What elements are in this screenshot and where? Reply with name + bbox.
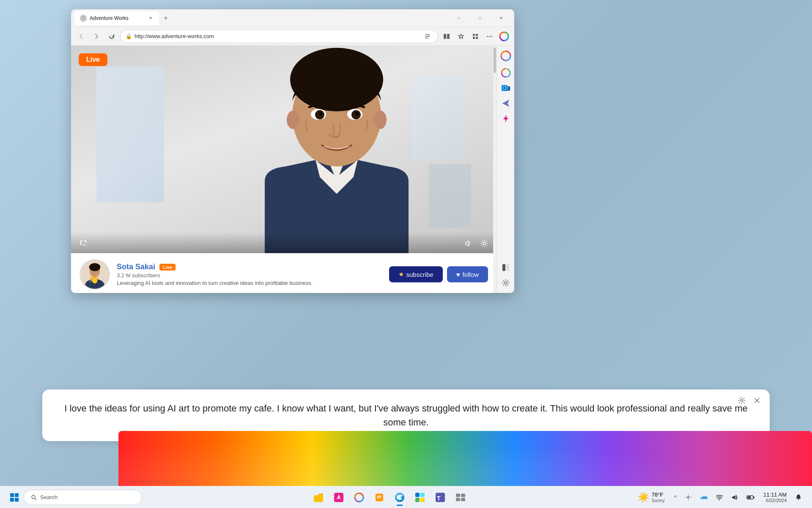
svg-rect-1 [425, 34, 430, 35]
scrollbar[interactable] [493, 46, 497, 293]
follow-button[interactable]: ♥ follow [447, 266, 488, 282]
volume-icon [464, 239, 472, 248]
live-badge: Live [79, 53, 107, 66]
wifi-button[interactable] [713, 493, 726, 502]
taskbar-store[interactable] [411, 488, 429, 507]
address-bar[interactable]: 🔒 http://www.adventure-works.com [120, 30, 438, 43]
date-display: 6/22/2024 [763, 498, 787, 503]
tab-bar: Adventure Works ✕ + [74, 11, 447, 25]
chat-settings-button[interactable] [736, 395, 748, 406]
taskbar-files[interactable] [370, 488, 389, 507]
volume-button[interactable] [462, 237, 475, 250]
svg-rect-2 [425, 36, 430, 37]
taskbar: Search [0, 486, 812, 508]
svg-rect-47 [415, 498, 420, 502]
svg-rect-48 [420, 498, 425, 502]
lightning-icon [501, 114, 510, 123]
sidebar-outlook-button[interactable] [499, 81, 513, 95]
start-button[interactable] [7, 490, 22, 505]
overflow-icon[interactable]: ^ [674, 494, 677, 500]
channel-live-tag: Live [159, 264, 176, 271]
svg-rect-41 [314, 495, 323, 502]
tab-close-button[interactable]: ✕ [147, 15, 154, 22]
collections-icon [472, 33, 479, 40]
more-icon [486, 33, 493, 40]
sidebar-theme-button[interactable] [499, 261, 513, 274]
outlook-icon [501, 83, 510, 93]
taskbar-teams[interactable]: T [431, 488, 450, 507]
paint-icon [333, 492, 344, 503]
minimize-button[interactable]: ─ [449, 11, 469, 25]
sound-button[interactable] [728, 493, 741, 502]
taskbar-file-explorer[interactable] [309, 488, 328, 507]
wifi-icon [716, 494, 723, 500]
favorites-button[interactable] [454, 30, 468, 43]
sidebar-bing-button[interactable] [499, 66, 513, 80]
system-icons[interactable]: ^ [671, 492, 680, 502]
svg-rect-36 [502, 264, 505, 271]
browser-sidebar [497, 46, 514, 293]
channel-description: Leveraging AI tools and innovation to tu… [117, 280, 382, 286]
expand-button[interactable] [77, 237, 90, 250]
collections-button[interactable] [469, 30, 482, 43]
sidebar-settings-button[interactable] [499, 276, 513, 290]
scrollbar-thumb[interactable] [494, 47, 496, 73]
browser-window: Adventure Works ✕ + ─ □ ✕ [71, 9, 514, 293]
svg-point-55 [688, 497, 689, 498]
taskbar-search[interactable]: Search [24, 490, 142, 505]
tab-title: Adventure Works [90, 15, 145, 21]
more-options-button[interactable] [483, 30, 497, 43]
svg-rect-52 [461, 494, 465, 497]
svg-point-56 [719, 499, 720, 500]
settings-video-button[interactable] [478, 237, 491, 250]
send-icon [501, 99, 510, 108]
new-tab-button[interactable]: + [160, 12, 172, 24]
svg-point-12 [491, 36, 493, 37]
onedrive-button[interactable] [697, 493, 711, 502]
favorites-icon [458, 33, 464, 40]
active-tab[interactable]: Adventure Works ✕ [74, 11, 159, 25]
taskbar-system-tray: ☀️ 78°F Sunny ^ [634, 490, 805, 505]
taskbar-copilot[interactable] [350, 488, 368, 507]
forward-button[interactable] [90, 30, 103, 43]
taskbar-paint-app[interactable] [329, 488, 348, 507]
channel-name: Sota Sakai [117, 262, 155, 271]
weather-condition: Sunny [652, 498, 665, 503]
svg-point-10 [487, 36, 488, 37]
subscribe-button[interactable]: ★ subscribe [389, 266, 443, 282]
back-button[interactable] [74, 30, 88, 43]
taskbar-settings-icon-btn[interactable] [682, 492, 695, 502]
taskbar-edge[interactable] [390, 488, 409, 507]
weather-icon: ☀️ [638, 492, 649, 503]
sound-icon [731, 494, 738, 500]
notification-icon [795, 494, 802, 501]
close-button[interactable]: ✕ [491, 11, 511, 25]
sidebar-copilot-button[interactable] [499, 49, 513, 63]
maximize-button[interactable]: □ [470, 11, 490, 25]
taskbar-taskview[interactable] [451, 488, 470, 507]
taskview-icon [455, 492, 466, 503]
svg-point-29 [89, 263, 100, 271]
svg-rect-54 [461, 498, 465, 501]
weather-info: 78°F Sunny [652, 491, 665, 503]
copilot-button[interactable] [497, 30, 511, 43]
svg-rect-4 [444, 34, 446, 39]
split-screen-button[interactable] [440, 30, 453, 43]
refresh-icon [109, 33, 115, 39]
reader-icon [425, 33, 431, 39]
store-icon [414, 492, 425, 503]
weather-widget[interactable]: ☀️ 78°F Sunny [634, 490, 669, 505]
refresh-button[interactable] [105, 30, 118, 43]
sidebar-lightning-button[interactable] [499, 112, 513, 125]
colorful-strip [118, 431, 812, 486]
chat-close-button[interactable] [751, 395, 763, 406]
battery-button[interactable] [743, 493, 758, 502]
sidebar-send-button[interactable] [499, 97, 513, 110]
taskbar-clock[interactable]: 11:11 AM 6/22/2024 [760, 490, 790, 505]
files-icon [374, 492, 385, 503]
subscriber-count: 3.2 M subscribers [117, 272, 382, 279]
notification-button[interactable] [792, 491, 805, 504]
reader-view-button[interactable] [422, 31, 433, 41]
taskbar-settings-icon [685, 494, 691, 500]
svg-point-25 [355, 112, 359, 116]
